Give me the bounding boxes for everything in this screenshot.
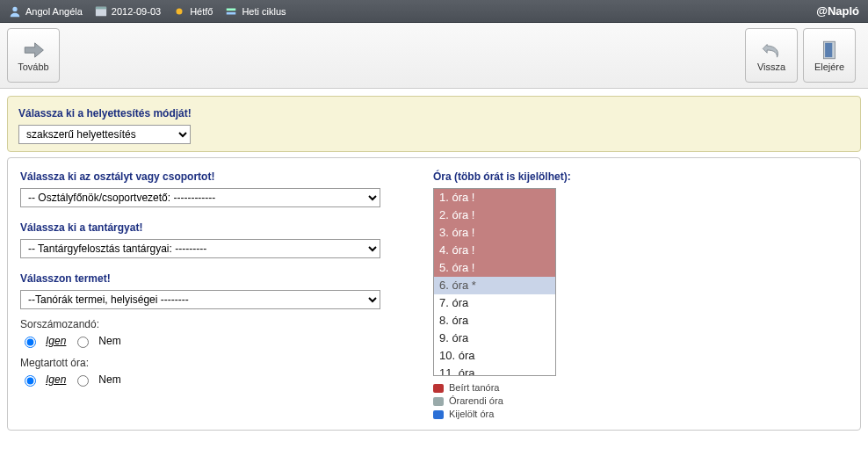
hour-item[interactable]: 2. óra ! [434, 206, 555, 224]
legend-swatch-red [433, 384, 444, 393]
calendar-icon [95, 5, 107, 18]
numbered-no-radio[interactable] [77, 337, 89, 348]
arrow-right-icon [21, 39, 46, 62]
numbered-no-label: Nem [98, 335, 120, 347]
start-button[interactable]: Elejére [803, 28, 856, 83]
hour-item[interactable]: 11. óra [434, 365, 555, 376]
topbar-date-label: 2012-09-03 [112, 6, 161, 17]
hour-item[interactable]: 3. óra ! [434, 224, 555, 242]
hour-item[interactable]: 7. óra [434, 294, 555, 312]
hours-listbox[interactable]: 1. óra !2. óra !3. óra !4. óra !5. óra !… [433, 188, 556, 376]
left-column: Válassza ki az osztályt vagy csoportot! … [20, 167, 407, 421]
room-title: Válasszon termet! [20, 272, 407, 285]
topbar-cycle-label: Heti ciklus [242, 6, 286, 17]
numbered-label: Sorszámozandó: [20, 318, 407, 330]
numbered-radio-group: Igen Nem [20, 334, 407, 348]
svg-rect-4 [227, 8, 236, 11]
legend-gray-label: Órarendi óra [449, 395, 503, 408]
hour-item[interactable]: 1. óra ! [434, 189, 555, 206]
brand-label: @Napló [816, 4, 859, 18]
undo-icon [759, 39, 784, 62]
hour-item[interactable]: 6. óra * [434, 277, 555, 294]
svg-point-0 [12, 6, 17, 11]
user-icon [9, 5, 21, 18]
mode-select[interactable]: szakszerű helyettesítés [18, 125, 191, 144]
subject-title: Válassza ki a tantárgyat! [20, 221, 407, 234]
mode-title: Válassza ki a helyettesítés módját! [18, 107, 850, 119]
numbered-yes-label: Igen [46, 335, 66, 347]
back-button-label: Vissza [757, 62, 785, 72]
back-button[interactable]: Vissza [745, 28, 798, 83]
topbar-day: Hétfő [173, 5, 213, 18]
topbar-user: Angol Angéla [9, 5, 83, 18]
hour-item[interactable]: 8. óra [434, 312, 555, 330]
mode-panel: Válassza ki a helyettesítés módját! szak… [7, 96, 861, 152]
topbar-user-label: Angol Angéla [25, 6, 83, 17]
hour-item[interactable]: 4. óra ! [434, 242, 555, 259]
held-radio-group: Igen Nem [20, 373, 407, 387]
hours-title: Óra (több órát is kijelölhet): [433, 170, 848, 183]
next-button[interactable]: Tovább [7, 28, 60, 83]
top-bar: Angol Angéla 2012-09-03 Hétfő Heti ciklu… [0, 0, 868, 23]
held-label: Megtartott óra: [20, 357, 407, 369]
next-button-label: Tovább [18, 62, 48, 72]
sun-icon [173, 5, 185, 18]
main-panel: Válassza ki a helyettesítés módját! szak… [7, 96, 861, 431]
class-title: Válassza ki az osztályt vagy csoportot! [20, 170, 407, 183]
numbered-yes-radio[interactable] [25, 337, 36, 348]
held-yes-label: Igen [46, 373, 66, 386]
hour-item[interactable]: 10. óra [434, 347, 555, 365]
legend-swatch-blue [433, 410, 444, 419]
held-no-radio[interactable] [77, 375, 89, 387]
toolbar: Tovább Vissza Elejére [0, 23, 868, 89]
svg-point-3 [177, 8, 183, 14]
svg-rect-7 [825, 43, 832, 57]
svg-rect-5 [227, 11, 236, 14]
door-icon [817, 39, 842, 62]
topbar-date: 2012-09-03 [95, 5, 161, 18]
hour-item[interactable]: 5. óra ! [434, 259, 555, 277]
svg-rect-2 [96, 6, 106, 9]
hour-item[interactable]: 9. óra [434, 330, 555, 347]
held-yes-radio[interactable] [25, 375, 36, 387]
right-column: Óra (több órát is kijelölhet): 1. óra !2… [433, 167, 848, 421]
subject-select[interactable]: -- Tantárgyfelosztás tantárgyai: -------… [20, 239, 380, 258]
legend-red-label: Beírt tanóra [449, 381, 499, 395]
legend-blue-label: Kijelölt óra [449, 408, 494, 421]
cycle-icon [225, 5, 237, 18]
class-select[interactable]: -- Osztályfőnök/csoportvezető: ---------… [20, 188, 380, 207]
topbar-day-label: Hétfő [190, 6, 213, 17]
form-panel: Válassza ki az osztályt vagy csoportot! … [7, 157, 861, 431]
topbar-cycle: Heti ciklus [225, 5, 286, 18]
room-select[interactable]: --Tanórák termei, helyiségei -------- [20, 290, 380, 309]
hours-legend: Beírt tanóra Órarendi óra Kijelölt óra [433, 381, 848, 421]
start-button-label: Elejére [814, 62, 844, 72]
held-no-label: Nem [98, 373, 120, 386]
legend-swatch-gray [433, 397, 444, 406]
